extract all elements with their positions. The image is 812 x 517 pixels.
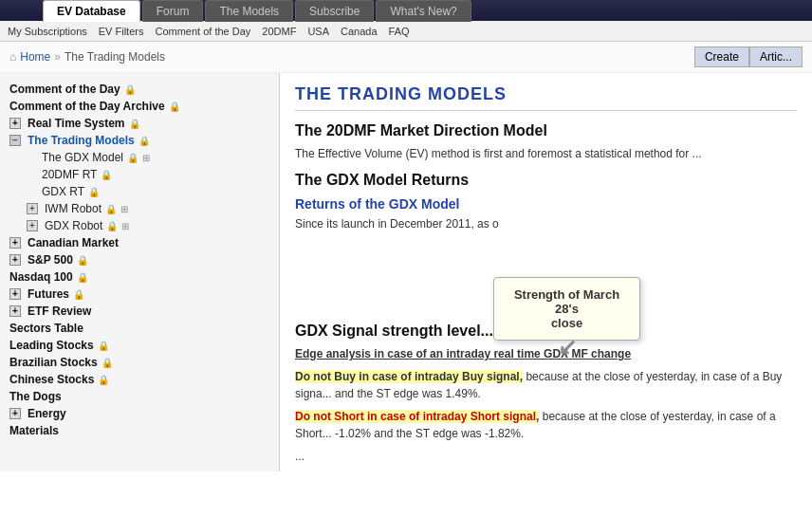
sidebar-item-the-dogs[interactable]: The Dogs	[0, 388, 279, 405]
sidebar-item-real-time[interactable]: + Real Time System 🔒	[0, 115, 279, 132]
section2-subtitle: Returns of the GDX Model	[295, 196, 797, 212]
sidebar-label-sectors-table: Sectors Table	[9, 322, 83, 335]
content-area: THE TRADING MODELS The 20DMF Market Dire…	[280, 73, 812, 471]
expand-icon-real-time[interactable]: +	[9, 118, 21, 129]
top-navigation: EV Database Forum The Models Subscribe W…	[0, 0, 812, 21]
subnav-faq[interactable]: FAQ	[389, 26, 410, 37]
sidebar-item-sp500[interactable]: + S&P 500 🔒	[0, 251, 279, 268]
ellipsis: ...	[295, 448, 797, 465]
main-layout: Comment of the Day 🔒 Comment of the Day …	[0, 73, 812, 471]
sidebar-item-futures[interactable]: + Futures 🔒	[0, 286, 279, 303]
home-icon: ⌂	[9, 50, 16, 64]
expand-icon-canadian[interactable]: +	[9, 237, 21, 249]
sub-navigation: My Subscriptions EV Filters Comment of t…	[0, 21, 812, 42]
lock-icon-4: 🔒	[127, 153, 138, 163]
edge-title: Edge analysis in case of an intraday rea…	[295, 345, 797, 362]
breadcrumb-current: The Trading Models	[65, 50, 165, 64]
sidebar-label-brazilian-stocks: Brazilian Stocks	[9, 356, 98, 369]
create-button[interactable]: Create	[694, 46, 749, 67]
line2-content: Do not Short in case of intraday Short s…	[295, 408, 797, 442]
nav-the-models[interactable]: The Models	[205, 0, 293, 22]
lock-icon-5: 🔒	[101, 170, 112, 180]
sidebar-item-brazilian-stocks[interactable]: Brazilian Stocks 🔒	[0, 354, 279, 371]
expand-icon-energy[interactable]: +	[9, 408, 21, 419]
gdx-model-icon: ⊞	[142, 153, 150, 163]
expand-icon-iwm[interactable]: +	[27, 203, 38, 214]
lock-icon-12: 🔒	[73, 289, 84, 300]
breadcrumb: ⌂ Home » The Trading Models	[9, 50, 165, 64]
sidebar-item-trading-models[interactable]: − The Trading Models 🔒	[0, 132, 279, 149]
sidebar-label-etf-review: ETF Review	[28, 305, 91, 318]
sidebar: Comment of the Day 🔒 Comment of the Day …	[0, 73, 280, 471]
section2-subtitle-link[interactable]: Returns of the GDX Model	[295, 196, 459, 212]
section1-title: The 20DMF Market Direction Model	[295, 122, 797, 139]
lock-icon-11: 🔒	[77, 272, 88, 283]
lock-icon-2: 🔒	[129, 119, 140, 129]
sidebar-label-gdx-robot: GDX Robot	[45, 219, 102, 232]
page-title: THE TRADING MODELS	[295, 84, 797, 111]
sidebar-item-leading-stocks[interactable]: Leading Stocks 🔒	[0, 337, 279, 354]
sidebar-label-20dmf-rt: 20DMF RT	[42, 168, 97, 181]
sidebar-item-gdx-robot[interactable]: + GDX Robot 🔒 ⊞	[0, 217, 279, 234]
sidebar-label-comment-of-day: Comment of the Day	[9, 83, 120, 96]
sidebar-item-gdx-rt[interactable]: GDX RT 🔒	[0, 183, 279, 200]
sidebar-item-sectors-table[interactable]: Sectors Table	[0, 320, 279, 337]
section1-description: The Effective Volume (EV) method is firs…	[295, 145, 797, 162]
nav-ev-database[interactable]: EV Database	[43, 0, 140, 22]
lock-icon-7: 🔒	[105, 204, 117, 214]
section2-title: The GDX Model Returns	[295, 172, 797, 189]
article-button[interactable]: Artic...	[749, 46, 803, 67]
iwm-icon: ⊞	[120, 204, 128, 214]
line1-content: Do not Buy in case of intraday Buy signa…	[295, 368, 797, 402]
sidebar-item-canadian-market[interactable]: + Canadian Market	[0, 234, 279, 251]
line2-highlight: Do not Short in case of intraday Short s…	[295, 410, 539, 423]
sidebar-item-comment-archive[interactable]: Comment of the Day Archive 🔒	[0, 98, 279, 115]
sidebar-label-nasdaq100: Nasdaq 100	[9, 270, 73, 284]
subnav-canada[interactable]: Canada	[341, 26, 378, 37]
tooltip-arrow-icon: ↙	[558, 336, 577, 359]
lock-icon-8: 🔒	[106, 221, 118, 231]
subnav-ev-filters[interactable]: EV Filters	[99, 26, 144, 37]
sidebar-label-iwm-robot: IWM Robot	[45, 202, 102, 215]
lock-icon-0: 🔒	[124, 84, 136, 95]
lock-icon-16: 🔒	[102, 358, 113, 368]
nav-whats-new[interactable]: What's New?	[376, 0, 471, 22]
breadcrumb-home[interactable]: Home	[20, 50, 50, 64]
sidebar-item-energy[interactable]: + Energy	[0, 405, 279, 422]
nav-forum[interactable]: Forum	[142, 0, 204, 22]
lock-icon-10: 🔒	[77, 255, 88, 266]
sidebar-label-comment-archive: Comment of the Day Archive	[9, 100, 165, 113]
sidebar-label-futures: Futures	[28, 287, 69, 301]
expand-icon-etf[interactable]: +	[9, 305, 21, 317]
sidebar-label-real-time: Real Time System	[28, 117, 125, 130]
subnav-comment-of-day[interactable]: Comment of the Day	[155, 26, 250, 37]
sidebar-label-gdx-model: The GDX Model	[42, 151, 123, 164]
lock-icon-3: 🔒	[138, 136, 150, 146]
sidebar-item-etf-review[interactable]: + ETF Review	[0, 303, 279, 320]
sidebar-label-canadian: Canadian Market	[28, 236, 119, 249]
expand-icon-gdx-robot[interactable]: +	[27, 220, 38, 231]
sidebar-item-comment-of-day[interactable]: Comment of the Day 🔒	[0, 81, 279, 98]
sidebar-label-leading-stocks: Leading Stocks	[9, 339, 94, 352]
lock-icon-15: 🔒	[98, 341, 109, 351]
expand-icon-trading-models[interactable]: −	[9, 135, 21, 146]
sidebar-label-the-dogs: The Dogs	[9, 390, 62, 403]
tooltip-line2: close	[551, 316, 582, 330]
nav-subscribe[interactable]: Subscribe	[295, 0, 374, 22]
breadcrumb-sep1: »	[54, 50, 61, 64]
lock-icon-1: 🔒	[169, 102, 180, 112]
lock-icon-17: 🔒	[98, 375, 109, 385]
sidebar-item-iwm-robot[interactable]: + IWM Robot 🔒 ⊞	[0, 200, 279, 217]
subnav-my-subscriptions[interactable]: My Subscriptions	[8, 26, 87, 37]
section2-description: Since its launch in December 2011, as o	[295, 215, 797, 232]
sidebar-item-chinese-stocks[interactable]: Chinese Stocks 🔒	[0, 371, 279, 388]
sidebar-item-20dmf-rt[interactable]: 20DMF RT 🔒	[0, 166, 279, 183]
sidebar-label-materials: Materials	[9, 424, 59, 437]
sidebar-item-gdx-model[interactable]: The GDX Model 🔒 ⊞	[0, 149, 279, 166]
subnav-20dmf[interactable]: 20DMF	[262, 26, 296, 37]
sidebar-item-materials[interactable]: Materials	[0, 422, 279, 439]
subnav-usa[interactable]: USA	[307, 26, 329, 37]
expand-icon-sp500[interactable]: +	[9, 254, 21, 266]
expand-icon-futures[interactable]: +	[9, 288, 21, 300]
sidebar-item-nasdaq100[interactable]: Nasdaq 100 🔒	[0, 268, 279, 286]
